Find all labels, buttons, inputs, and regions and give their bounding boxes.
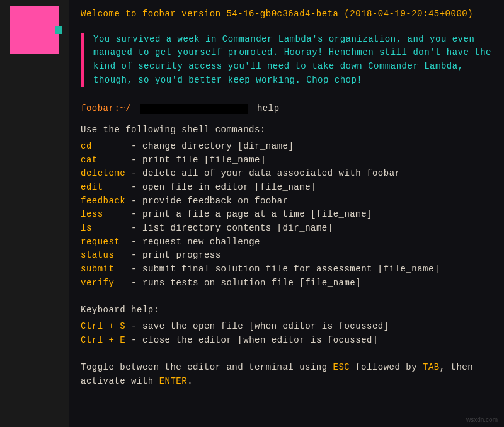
command-row: edit-open file in editor [file_name] xyxy=(81,181,495,195)
command-desc: provide feedback on foobar xyxy=(142,195,288,208)
command-name: status xyxy=(81,249,131,263)
avatar xyxy=(10,6,59,54)
command-row: feedback-provide feedback on foobar xyxy=(81,195,495,208)
command-name: ls xyxy=(81,222,131,236)
help-intro: Use the following shell commands: xyxy=(81,123,495,137)
command-name: cat xyxy=(81,154,131,168)
prompt-line[interactable]: foobar:~/ help xyxy=(81,102,495,116)
key-tab: TAB xyxy=(423,362,440,372)
command-row: ls-list directory contents [dir_name] xyxy=(81,222,495,236)
dash: - xyxy=(131,167,142,181)
footer-text: . xyxy=(187,376,193,386)
prompt-path-redacted xyxy=(140,104,248,114)
command-name: feedback xyxy=(81,195,131,208)
key-desc: close the editor [when editor is focusse… xyxy=(142,334,378,348)
avatar-indicator-icon xyxy=(55,26,62,34)
command-name: verify xyxy=(81,276,131,290)
watermark: wsxdn.com xyxy=(466,416,498,423)
dash: - xyxy=(131,334,142,348)
key-desc: save the open file [when editor is focus… xyxy=(142,320,389,334)
command-desc: runs tests on solution file [file_name] xyxy=(142,276,361,290)
keyboard-row: Ctrl + E-close the editor [when editor i… xyxy=(81,334,495,348)
command-row: cat-print file [file_name] xyxy=(81,154,495,168)
command-row: request-request new challenge xyxy=(81,236,495,249)
command-name: deleteme xyxy=(81,167,131,181)
dash: - xyxy=(131,208,142,222)
command-desc: delete all of your data associated with … xyxy=(142,167,400,181)
command-desc: print file [file_name] xyxy=(142,154,266,168)
command-list: cd-change directory [dir_name] cat-print… xyxy=(81,140,495,290)
key-enter: ENTER xyxy=(159,376,188,386)
prompt-host: foobar:~/ xyxy=(81,103,131,113)
sidebar xyxy=(0,0,69,427)
terminal[interactable]: Welcome to foobar version 54-16-gb0c36ad… xyxy=(69,0,504,427)
command-name: cd xyxy=(81,140,131,154)
dash: - xyxy=(131,181,142,195)
keyboard-list: Ctrl + S-save the open file [when editor… xyxy=(81,320,495,347)
command-name: less xyxy=(81,208,131,222)
command-row: less-print a file a page at a time [file… xyxy=(81,208,495,222)
welcome-line: Welcome to foobar version 54-16-gb0c36ad… xyxy=(81,8,495,21)
key-combo: Ctrl + S xyxy=(81,320,131,334)
command-desc: change directory [dir_name] xyxy=(142,140,294,154)
command-desc: print a file a page at a time [file_name… xyxy=(142,208,372,222)
command-row: submit-submit final solution file for as… xyxy=(81,263,495,276)
command-desc: list directory contents [dir_name] xyxy=(142,222,333,236)
footer-text: followed by xyxy=(350,362,423,372)
command-name: submit xyxy=(81,263,131,276)
command-desc: open file in editor [file_name] xyxy=(142,181,316,195)
dash: - xyxy=(131,222,142,236)
dash: - xyxy=(131,249,142,263)
command-row: verify-runs tests on solution file [file… xyxy=(81,276,495,290)
keyboard-row: Ctrl + S-save the open file [when editor… xyxy=(81,320,495,334)
story-message: You survived a week in Commander Lambda'… xyxy=(81,33,495,88)
footer-text: Toggle between the editor and terminal u… xyxy=(81,362,333,372)
dash: - xyxy=(131,236,142,249)
command-name: request xyxy=(81,236,131,249)
dash: - xyxy=(131,320,142,334)
dash: - xyxy=(131,195,142,208)
dash: - xyxy=(131,263,142,276)
key-esc: ESC xyxy=(333,362,350,372)
prompt-command: help xyxy=(257,103,280,113)
command-row: cd-change directory [dir_name] xyxy=(81,140,495,154)
keyboard-help-title: Keyboard help: xyxy=(81,304,495,317)
command-desc: submit final solution file for assessmen… xyxy=(142,263,440,276)
command-row: status-print progress xyxy=(81,249,495,263)
command-desc: print progress xyxy=(142,249,221,263)
key-combo: Ctrl + E xyxy=(81,334,131,348)
command-desc: request new challenge xyxy=(142,236,260,249)
app-root: Welcome to foobar version 54-16-gb0c36ad… xyxy=(0,0,504,427)
footer-hint: Toggle between the editor and terminal u… xyxy=(81,361,495,388)
command-name: edit xyxy=(81,181,131,195)
command-row: deleteme-delete all of your data associa… xyxy=(81,167,495,181)
dash: - xyxy=(131,276,142,290)
dash: - xyxy=(131,154,142,168)
dash: - xyxy=(131,140,142,154)
